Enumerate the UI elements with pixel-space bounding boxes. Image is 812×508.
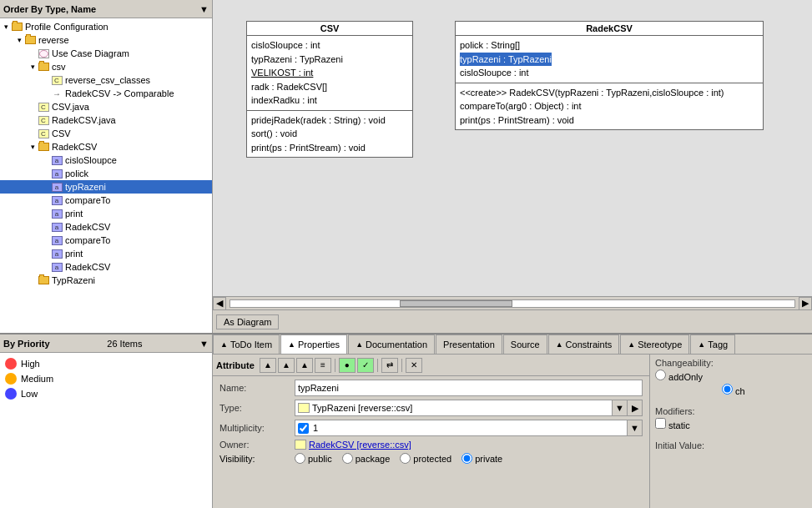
tab-constraints-label: Constraints xyxy=(566,340,613,350)
tree-item-print[interactable]: aprint xyxy=(0,207,212,220)
expand-csv-class[interactable] xyxy=(28,128,37,139)
form-row-visibility: Visibility: public package protected pri… xyxy=(219,453,643,464)
expand-print2[interactable] xyxy=(42,248,50,259)
radio-ch[interactable]: ch xyxy=(722,384,745,396)
tab-tagged[interactable]: ▲ Tagg xyxy=(690,334,735,354)
priority-low[interactable]: Low xyxy=(2,386,210,401)
icon-radekcsv3: a xyxy=(50,261,63,273)
expand-reverse-csv-classes[interactable] xyxy=(42,74,50,86)
tree-item-print2[interactable]: aprint xyxy=(0,247,212,260)
tab-properties[interactable]: ▲ Properties xyxy=(280,334,347,355)
expand-radekcsv-java[interactable] xyxy=(28,114,37,126)
expand-polick[interactable] xyxy=(42,168,50,179)
csv-uml-box[interactable]: CSV cisloSloupce : int typRazeni : TypRa… xyxy=(246,21,413,158)
expand-profile-config[interactable]: ▾ xyxy=(2,21,10,33)
expand-typrazeni2[interactable] xyxy=(28,274,37,286)
multiplicity-checkbox[interactable] xyxy=(298,423,309,434)
priority-dropdown-icon[interactable]: ▼ xyxy=(199,339,209,349)
checkbox-static[interactable]: static xyxy=(655,418,690,430)
tree-item-reverse-csv-classes[interactable]: Creverse_csv_classes xyxy=(0,73,212,87)
tree-item-compareto[interactable]: acompareTo xyxy=(0,194,212,207)
scrollbar-thumb[interactable] xyxy=(400,300,512,307)
type-navigate-btn[interactable]: ▶ xyxy=(627,400,642,415)
expand-radekcsv3[interactable] xyxy=(42,261,50,273)
radekcsv-uml-box[interactable]: RadekCSV polick : String[] typRazeni : T… xyxy=(455,21,764,130)
tree-item-reverse[interactable]: ▾reverse xyxy=(0,33,212,47)
toolbar-btn-up3[interactable]: ▲ xyxy=(296,358,313,373)
owner-link[interactable]: RadekCSV [reverse::csv] xyxy=(295,440,643,450)
expand-csv-java[interactable] xyxy=(28,101,37,113)
tab-todo[interactable]: ▲ ToDo Item xyxy=(213,334,280,354)
toolbar-btn-up1[interactable]: ▲ xyxy=(260,358,276,373)
multiplicity-dropdown-btn[interactable]: ▼ xyxy=(627,420,642,435)
icon-compareto: a xyxy=(50,194,63,206)
expand-typrazeni[interactable] xyxy=(42,181,50,193)
radio-private[interactable]: private xyxy=(461,453,502,464)
as-diagram-button[interactable]: As Diagram xyxy=(216,314,279,329)
scroll-left-btn[interactable]: ◀ xyxy=(213,297,226,310)
radio-public[interactable]: public xyxy=(295,453,332,464)
tab-documentation[interactable]: ▲ Documentation xyxy=(348,334,435,354)
name-input[interactable] xyxy=(295,380,643,396)
tab-stereotype[interactable]: ▲ Stereotype xyxy=(620,334,689,354)
expand-radekcsv-class[interactable]: ▾ xyxy=(28,141,37,153)
tree-item-cislosloupce[interactable]: acisloSloupce xyxy=(0,153,212,167)
scroll-right-btn[interactable]: ▶ xyxy=(799,297,812,310)
toolbar-btn-exchange[interactable]: ⇄ xyxy=(381,358,398,373)
tree-item-typrazeni2[interactable]: TypRazeni xyxy=(0,274,212,287)
label-csv-class: CSV xyxy=(52,128,71,138)
radio-addonly[interactable]: addOnly xyxy=(655,370,703,382)
radio-protected[interactable]: protected xyxy=(400,453,451,464)
scrollbar-track[interactable] xyxy=(229,299,795,308)
tab-presentation[interactable]: Presentation xyxy=(436,334,502,354)
icon-radekcsv2: a xyxy=(50,221,63,233)
expand-cislosloupce[interactable] xyxy=(42,154,50,166)
expand-compareto2[interactable] xyxy=(42,234,50,246)
icon-radekcsv-comparable: → xyxy=(50,88,63,99)
tree-item-polick[interactable]: apolick xyxy=(0,167,212,180)
tree-item-profile-config[interactable]: ▾Profile Configuration xyxy=(0,20,212,33)
priority-high[interactable]: High xyxy=(2,356,210,371)
type-select[interactable]: TypRazeni [reverse::csv] ▼ ▶ xyxy=(295,400,643,416)
expand-print[interactable] xyxy=(42,208,50,219)
tree-item-radekcsv-java[interactable]: CRadekCSV.java xyxy=(0,113,212,127)
label-radekcsv3: RadekCSV xyxy=(65,262,110,272)
tree-item-csv-java[interactable]: CCSV.java xyxy=(0,100,212,113)
radekcsv-box-attrs: polick : String[] typRazeni : TypRazeni … xyxy=(456,36,763,83)
tab-source[interactable]: Source xyxy=(503,334,547,354)
toolbar-btn-up2[interactable]: ▲ xyxy=(278,358,295,373)
diagram-area: CSV cisloSloupce : int typRazeni : TypRa… xyxy=(213,0,812,296)
diagram-scrollbar[interactable]: ◀ ▶ xyxy=(213,296,812,309)
priority-medium[interactable]: Medium xyxy=(2,371,210,386)
tree-item-radekcsv-class[interactable]: ▾RadekCSV xyxy=(0,140,212,153)
form-row-owner: Owner: RadekCSV [reverse::csv] xyxy=(219,440,643,450)
label-radekcsv-comparable: RadekCSV -> Comparable xyxy=(65,88,174,98)
toolbar-btn-add[interactable]: ● xyxy=(339,358,356,373)
expand-reverse[interactable]: ▾ xyxy=(15,34,23,46)
expand-csv[interactable]: ▾ xyxy=(28,61,37,73)
tree-item-compareto2[interactable]: acompareTo xyxy=(0,234,212,247)
tree-item-radekcsv3[interactable]: aRadekCSV xyxy=(0,260,212,274)
tree-item-typrazeni[interactable]: atypRazeni xyxy=(0,180,212,194)
toolbar-btn-check[interactable]: ✓ xyxy=(357,358,374,373)
tab-constraints[interactable]: ▲ Constraints xyxy=(548,334,620,354)
tree-item-use-case-diagram[interactable]: Use Case Diagram xyxy=(0,47,212,60)
tree-item-csv-class[interactable]: CCSV xyxy=(0,127,212,140)
tab-source-label: Source xyxy=(511,340,540,350)
expand-use-case-diagram[interactable] xyxy=(28,48,37,59)
owner-icon xyxy=(295,440,306,450)
toolbar-btn-list[interactable]: ≡ xyxy=(315,358,331,373)
tree-item-radekcsv-comparable[interactable]: →RadekCSV -> Comparable xyxy=(0,87,212,100)
expand-radekcsv-comparable[interactable] xyxy=(42,88,50,99)
radio-package[interactable]: package xyxy=(342,453,391,464)
expand-radekcsv2[interactable] xyxy=(42,221,50,233)
form-row-type: Type: TypRazeni [reverse::csv] ▼ ▶ xyxy=(219,400,643,416)
left-panel-dropdown-icon[interactable]: ▼ xyxy=(199,4,209,14)
tree-item-radekcsv2[interactable]: aRadekCSV xyxy=(0,220,212,234)
expand-compareto[interactable] xyxy=(42,194,50,206)
tree-item-csv[interactable]: ▾csv xyxy=(0,60,212,73)
toolbar-btn-delete[interactable]: ✕ xyxy=(406,358,422,373)
type-dropdown-btn[interactable]: ▼ xyxy=(612,400,627,415)
priority-title: By Priority xyxy=(3,339,50,349)
multiplicity-select[interactable]: 1 ▼ xyxy=(295,420,643,436)
